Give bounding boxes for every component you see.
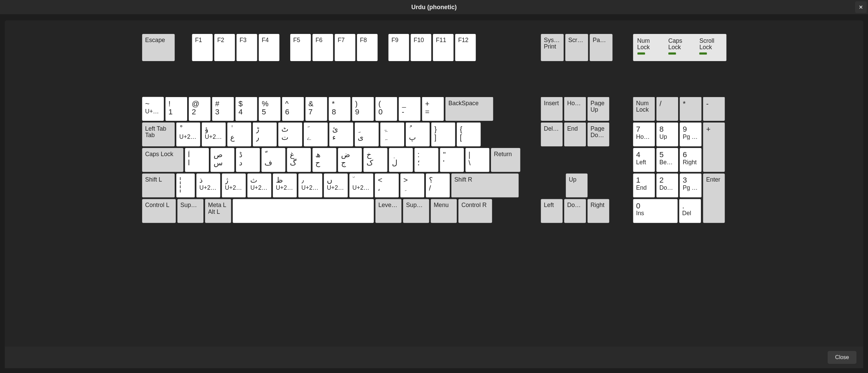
key-y[interactable]: َے bbox=[303, 123, 327, 146]
key-7[interactable]: &7 bbox=[305, 97, 327, 121]
key-shift-left[interactable]: Shift L bbox=[142, 173, 174, 197]
key-np-4[interactable]: 4Left bbox=[633, 148, 654, 172]
key-escape[interactable]: Escape bbox=[142, 34, 174, 61]
key-t[interactable]: ٹت bbox=[278, 123, 302, 146]
key-level3[interactable]: Level3 S… bbox=[375, 199, 401, 223]
key-6[interactable]: ^6 bbox=[282, 97, 303, 121]
key-e[interactable]: ٰع bbox=[227, 123, 251, 146]
key-f[interactable]: ّف bbox=[261, 148, 285, 172]
key-c[interactable]: ثU+20… bbox=[247, 173, 271, 197]
key-super-left[interactable]: Super L bbox=[177, 199, 203, 223]
key-comma[interactable]: <، bbox=[375, 173, 398, 197]
key-4[interactable]: $4 bbox=[235, 97, 257, 121]
key-np-8[interactable]: 8Up bbox=[656, 123, 678, 146]
key-control-right[interactable]: Control R bbox=[458, 199, 492, 223]
key-a[interactable]: آا bbox=[185, 148, 209, 172]
key-d[interactable]: ڈد bbox=[236, 148, 259, 172]
key-pgdn[interactable]: PageDown bbox=[587, 123, 609, 146]
key-3[interactable]: #3 bbox=[212, 97, 234, 121]
key-np-2[interactable]: 2Down bbox=[656, 173, 678, 197]
key-8[interactable]: *8 bbox=[329, 97, 350, 121]
key-p[interactable]: ُپ bbox=[406, 123, 429, 146]
key-9[interactable]: )9 bbox=[352, 97, 374, 121]
key-np-0[interactable]: 0Ins bbox=[633, 199, 677, 223]
key-slash[interactable]: ؟/ bbox=[426, 173, 449, 197]
key-np-9[interactable]: 9Pg Up bbox=[679, 123, 701, 146]
key-capslock[interactable]: Caps Lock bbox=[142, 148, 183, 172]
key-h[interactable]: ھح bbox=[312, 148, 336, 172]
key-backslash[interactable]: |\ bbox=[465, 148, 489, 172]
key-home[interactable]: Home bbox=[564, 97, 586, 121]
key-bracket-left[interactable]: }] bbox=[431, 123, 455, 146]
key-f7[interactable]: F7 bbox=[334, 34, 355, 61]
key-grave[interactable]: ~U+20… bbox=[142, 97, 163, 121]
key-np-5[interactable]: 5Begin bbox=[656, 148, 678, 172]
key-backspace[interactable]: BackSpace bbox=[445, 97, 493, 121]
key-l[interactable]: ٖل bbox=[389, 148, 412, 172]
key-minus[interactable]: _- bbox=[398, 97, 420, 121]
key-f8[interactable]: F8 bbox=[357, 34, 377, 61]
key-z[interactable]: ذU+20… bbox=[196, 173, 220, 197]
key-f1[interactable]: F1 bbox=[192, 34, 213, 61]
key-m[interactable]: ٘U+200F bbox=[349, 173, 373, 197]
key-insert[interactable]: Insert bbox=[540, 97, 562, 121]
key-s[interactable]: صس bbox=[210, 148, 234, 172]
key-np-enter[interactable]: Enter bbox=[703, 173, 725, 223]
key-pause[interactable]: Pause bbox=[589, 34, 612, 61]
key-k[interactable]: خک bbox=[363, 148, 387, 172]
key-j[interactable]: ضج bbox=[338, 148, 361, 172]
close-button[interactable]: Close bbox=[828, 351, 856, 364]
key-apostrophe[interactable]: "' bbox=[440, 148, 463, 172]
key-semicolon[interactable]: :؛ bbox=[414, 148, 438, 172]
key-0[interactable]: (0 bbox=[375, 97, 397, 121]
key-w[interactable]: ؤU+20… bbox=[201, 123, 225, 146]
key-end[interactable]: End bbox=[564, 123, 586, 146]
key-menu[interactable]: Menu bbox=[431, 199, 457, 223]
key-o[interactable]: ۃہ bbox=[380, 123, 404, 146]
key-1[interactable]: !1 bbox=[165, 97, 187, 121]
key-tab[interactable]: Left TabTab bbox=[142, 123, 174, 146]
key-np-multiply[interactable]: * bbox=[679, 97, 701, 121]
key-f4[interactable]: F4 bbox=[258, 34, 279, 61]
key-delete[interactable]: Delete bbox=[540, 123, 562, 146]
close-icon[interactable] bbox=[855, 1, 867, 13]
key-f3[interactable]: F3 bbox=[236, 34, 257, 61]
key-np-6[interactable]: 6Right bbox=[679, 148, 701, 172]
key-v[interactable]: ظU+20… bbox=[273, 173, 296, 197]
key-np-3[interactable]: 3Pg Dn bbox=[679, 173, 701, 197]
key-np-7[interactable]: 7Home bbox=[633, 123, 654, 146]
key-space[interactable] bbox=[233, 199, 374, 223]
key-control-left[interactable]: Control L bbox=[142, 199, 175, 223]
key-f9[interactable]: F9 bbox=[388, 34, 409, 61]
key-period[interactable]: >۔ bbox=[400, 173, 424, 197]
key-np-subtract[interactable]: - bbox=[703, 97, 725, 121]
key-np-1[interactable]: 1End bbox=[633, 173, 654, 197]
key-b[interactable]: ٫U+20… bbox=[298, 173, 322, 197]
key-f10[interactable]: F10 bbox=[410, 34, 431, 61]
key-np-decimal[interactable]: .Del bbox=[679, 199, 701, 223]
key-f5[interactable]: F5 bbox=[290, 34, 311, 61]
key-super-right[interactable]: Super R bbox=[403, 199, 429, 223]
key-equal[interactable]: += bbox=[422, 97, 443, 121]
key-right[interactable]: Right bbox=[587, 199, 609, 223]
key-shift-right[interactable]: Shift R bbox=[451, 173, 518, 197]
key-up[interactable]: Up bbox=[566, 173, 587, 197]
key-sysrq[interactable]: Sys RqPrint bbox=[540, 34, 563, 61]
key-f2[interactable]: F2 bbox=[214, 34, 235, 61]
key-x[interactable]: ژU+20… bbox=[222, 173, 245, 197]
key-5[interactable]: %5 bbox=[258, 97, 280, 121]
key-pgup[interactable]: PageUp bbox=[587, 97, 609, 121]
key-np-add[interactable]: + bbox=[703, 123, 725, 172]
key-i[interactable]: ِی bbox=[355, 123, 378, 146]
key-f11[interactable]: F11 bbox=[433, 34, 453, 61]
key-left[interactable]: Left bbox=[540, 199, 562, 223]
key-g[interactable]: غگ bbox=[287, 148, 311, 172]
key-np-divide[interactable]: / bbox=[656, 97, 678, 121]
key-q[interactable]: ْU+20… bbox=[176, 123, 200, 146]
key-numlock[interactable]: NumLock bbox=[633, 97, 654, 121]
key-iso[interactable]: ¦¦ bbox=[176, 173, 194, 197]
key-bracket-right[interactable]: {[ bbox=[456, 123, 480, 146]
key-r[interactable]: ڑر bbox=[253, 123, 276, 146]
key-down[interactable]: Down bbox=[564, 199, 586, 223]
key-u[interactable]: ئء bbox=[329, 123, 353, 146]
